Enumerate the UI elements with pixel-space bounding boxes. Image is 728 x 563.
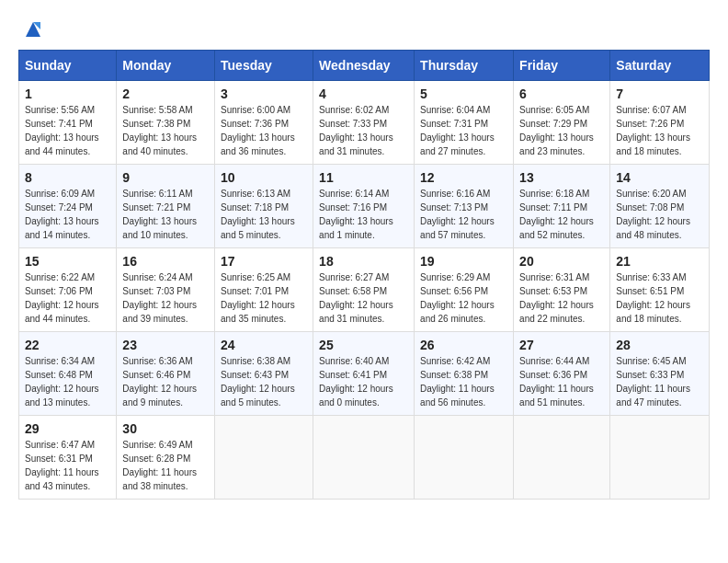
- day-info: Sunrise: 5:58 AM Sunset: 7:38 PM Dayligh…: [122, 103, 209, 158]
- day-number: 24: [221, 338, 307, 352]
- day-info: Sunrise: 6:44 AM Sunset: 6:36 PM Dayligh…: [519, 354, 604, 409]
- sunset-text: Sunset: 7:41 PM: [25, 117, 110, 131]
- week-row-5: 29 Sunrise: 6:47 AM Sunset: 6:31 PM Dayl…: [19, 416, 710, 500]
- sunset-text: Sunset: 7:31 PM: [420, 117, 507, 131]
- sunrise-text: Sunrise: 5:56 AM: [25, 103, 110, 117]
- sunset-text: Sunset: 7:16 PM: [319, 201, 408, 214]
- sunrise-text: Sunrise: 6:27 AM: [319, 270, 408, 284]
- sunrise-text: Sunrise: 6:02 AM: [319, 103, 408, 117]
- day-info: Sunrise: 6:40 AM Sunset: 6:41 PM Dayligh…: [319, 354, 408, 409]
- day-info: Sunrise: 6:38 AM Sunset: 6:43 PM Dayligh…: [221, 354, 307, 409]
- header-row: SundayMondayTuesdayWednesdayThursdayFrid…: [19, 51, 710, 81]
- day-info: Sunrise: 6:14 AM Sunset: 7:16 PM Dayligh…: [319, 187, 408, 242]
- week-row-1: 1 Sunrise: 5:56 AM Sunset: 7:41 PM Dayli…: [19, 81, 710, 165]
- day-info: Sunrise: 6:11 AM Sunset: 7:21 PM Dayligh…: [122, 187, 209, 242]
- sunrise-text: Sunrise: 6:34 AM: [25, 354, 110, 368]
- day-info: Sunrise: 6:34 AM Sunset: 6:48 PM Dayligh…: [25, 354, 110, 409]
- day-info: Sunrise: 6:13 AM Sunset: 7:18 PM Dayligh…: [221, 187, 307, 242]
- sunset-text: Sunset: 6:33 PM: [616, 368, 703, 382]
- daylight-text: Daylight: 13 hours and 44 minutes.: [25, 131, 110, 158]
- calendar-cell: 19 Sunrise: 6:29 AM Sunset: 6:56 PM Dayl…: [415, 248, 514, 332]
- day-info: Sunrise: 6:47 AM Sunset: 6:31 PM Dayligh…: [25, 438, 110, 493]
- column-header-tuesday: Tuesday: [215, 51, 313, 81]
- daylight-text: Daylight: 12 hours and 48 minutes.: [616, 214, 703, 242]
- sunset-text: Sunset: 6:51 PM: [616, 284, 703, 298]
- sunrise-text: Sunrise: 6:29 AM: [420, 270, 507, 284]
- sunrise-text: Sunrise: 6:14 AM: [319, 187, 408, 201]
- sunrise-text: Sunrise: 6:42 AM: [420, 354, 507, 368]
- calendar-cell: 10 Sunrise: 6:13 AM Sunset: 7:18 PM Dayl…: [215, 165, 313, 248]
- day-number: 20: [519, 254, 604, 269]
- daylight-text: Daylight: 13 hours and 31 minutes.: [319, 131, 408, 158]
- logo-icon: [22, 18, 44, 40]
- calendar-cell: 12 Sunrise: 6:16 AM Sunset: 7:13 PM Dayl…: [415, 165, 514, 248]
- calendar-cell: 26 Sunrise: 6:42 AM Sunset: 6:38 PM Dayl…: [415, 332, 514, 416]
- calendar-cell: 3 Sunrise: 6:00 AM Sunset: 7:36 PM Dayli…: [215, 81, 313, 165]
- calendar-cell: 2 Sunrise: 5:58 AM Sunset: 7:38 PM Dayli…: [117, 81, 215, 165]
- sunset-text: Sunset: 6:53 PM: [519, 284, 604, 298]
- sunrise-text: Sunrise: 6:13 AM: [221, 187, 307, 201]
- daylight-text: Daylight: 13 hours and 14 minutes.: [25, 214, 110, 242]
- sunrise-text: Sunrise: 6:04 AM: [420, 103, 507, 117]
- sunrise-text: Sunrise: 5:58 AM: [122, 103, 209, 117]
- sunrise-text: Sunrise: 6:33 AM: [616, 270, 703, 284]
- daylight-text: Daylight: 11 hours and 47 minutes.: [616, 382, 703, 409]
- daylight-text: Daylight: 11 hours and 56 minutes.: [420, 382, 507, 409]
- day-info: Sunrise: 6:29 AM Sunset: 6:56 PM Dayligh…: [420, 270, 507, 326]
- column-header-friday: Friday: [514, 51, 610, 81]
- daylight-text: Daylight: 12 hours and 5 minutes.: [221, 382, 307, 409]
- daylight-text: Daylight: 12 hours and 18 minutes.: [616, 298, 703, 326]
- calendar-body: 1 Sunrise: 5:56 AM Sunset: 7:41 PM Dayli…: [19, 81, 710, 500]
- day-number: 18: [319, 254, 408, 269]
- day-info: Sunrise: 6:20 AM Sunset: 7:08 PM Dayligh…: [616, 187, 703, 242]
- sunset-text: Sunset: 6:31 PM: [25, 452, 110, 465]
- day-info: Sunrise: 6:45 AM Sunset: 6:33 PM Dayligh…: [616, 354, 703, 409]
- sunrise-text: Sunrise: 6:07 AM: [616, 103, 703, 117]
- daylight-text: Daylight: 12 hours and 52 minutes.: [519, 214, 604, 242]
- sunset-text: Sunset: 7:29 PM: [519, 117, 604, 131]
- calendar-cell: 15 Sunrise: 6:22 AM Sunset: 7:06 PM Dayl…: [19, 248, 117, 332]
- sunset-text: Sunset: 7:13 PM: [420, 201, 507, 214]
- sunrise-text: Sunrise: 6:49 AM: [122, 438, 209, 452]
- day-number: 10: [221, 170, 307, 185]
- day-number: 30: [122, 421, 209, 436]
- daylight-text: Daylight: 11 hours and 43 minutes.: [25, 465, 110, 493]
- daylight-text: Daylight: 13 hours and 5 minutes.: [221, 214, 307, 242]
- daylight-text: Daylight: 13 hours and 10 minutes.: [122, 214, 209, 242]
- sunset-text: Sunset: 7:36 PM: [221, 117, 307, 131]
- day-info: Sunrise: 6:16 AM Sunset: 7:13 PM Dayligh…: [420, 187, 507, 242]
- day-number: 17: [221, 254, 307, 269]
- sunrise-text: Sunrise: 6:44 AM: [519, 354, 604, 368]
- day-number: 3: [221, 86, 307, 101]
- calendar-cell: 1 Sunrise: 5:56 AM Sunset: 7:41 PM Dayli…: [19, 81, 117, 165]
- day-info: Sunrise: 5:56 AM Sunset: 7:41 PM Dayligh…: [25, 103, 110, 158]
- daylight-text: Daylight: 12 hours and 26 minutes.: [420, 298, 507, 326]
- daylight-text: Daylight: 12 hours and 22 minutes.: [519, 298, 604, 326]
- calendar-cell: 7 Sunrise: 6:07 AM Sunset: 7:26 PM Dayli…: [610, 81, 710, 165]
- daylight-text: Daylight: 13 hours and 40 minutes.: [122, 131, 209, 158]
- sunset-text: Sunset: 7:11 PM: [519, 201, 604, 214]
- week-row-3: 15 Sunrise: 6:22 AM Sunset: 7:06 PM Dayl…: [19, 248, 710, 332]
- calendar-cell: [610, 416, 710, 500]
- sunrise-text: Sunrise: 6:00 AM: [221, 103, 307, 117]
- calendar-cell: 25 Sunrise: 6:40 AM Sunset: 6:41 PM Dayl…: [313, 332, 415, 416]
- day-info: Sunrise: 6:04 AM Sunset: 7:31 PM Dayligh…: [420, 103, 507, 158]
- sunset-text: Sunset: 6:43 PM: [221, 368, 307, 382]
- sunrise-text: Sunrise: 6:22 AM: [25, 270, 110, 284]
- sunrise-text: Sunrise: 6:09 AM: [25, 187, 110, 201]
- calendar-cell: [313, 416, 415, 500]
- day-info: Sunrise: 6:31 AM Sunset: 6:53 PM Dayligh…: [519, 270, 604, 326]
- day-number: 22: [25, 338, 110, 352]
- day-info: Sunrise: 6:33 AM Sunset: 6:51 PM Dayligh…: [616, 270, 703, 326]
- column-header-thursday: Thursday: [415, 51, 514, 81]
- calendar-cell: 8 Sunrise: 6:09 AM Sunset: 7:24 PM Dayli…: [19, 165, 117, 248]
- week-row-2: 8 Sunrise: 6:09 AM Sunset: 7:24 PM Dayli…: [19, 165, 710, 248]
- daylight-text: Daylight: 12 hours and 39 minutes.: [122, 298, 209, 326]
- daylight-text: Daylight: 12 hours and 57 minutes.: [420, 214, 507, 242]
- calendar-cell: 16 Sunrise: 6:24 AM Sunset: 7:03 PM Dayl…: [117, 248, 215, 332]
- sunset-text: Sunset: 7:08 PM: [616, 201, 703, 214]
- day-info: Sunrise: 6:00 AM Sunset: 7:36 PM Dayligh…: [221, 103, 307, 158]
- day-info: Sunrise: 6:49 AM Sunset: 6:28 PM Dayligh…: [122, 438, 209, 493]
- sunset-text: Sunset: 6:46 PM: [122, 368, 209, 382]
- column-header-wednesday: Wednesday: [313, 51, 415, 81]
